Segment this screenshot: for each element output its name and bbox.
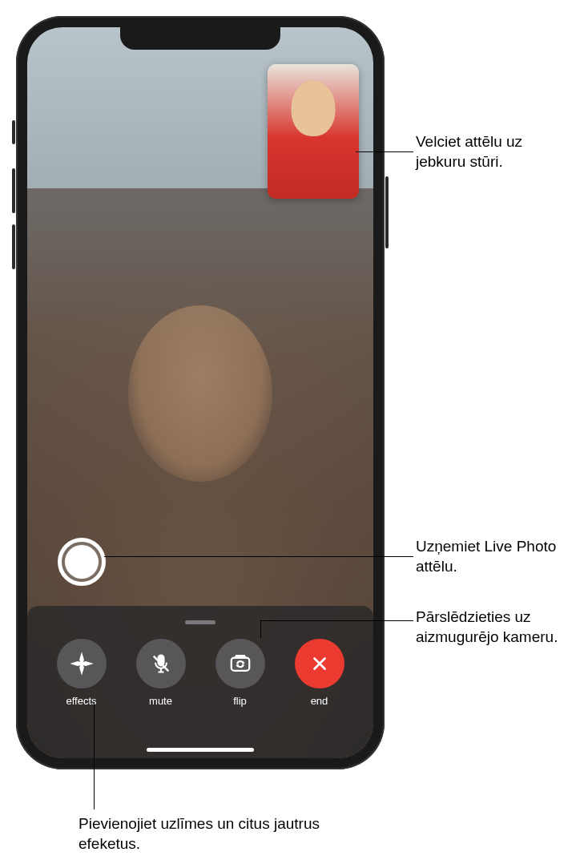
home-indicator[interactable] <box>147 748 254 752</box>
flip-icon <box>228 652 252 676</box>
callout-flip: Pārslēdzieties uz aizmugurējo kameru. <box>416 608 584 647</box>
mute-circle <box>136 639 186 688</box>
mute-button[interactable]: mute <box>136 639 186 707</box>
flip-label: flip <box>233 695 247 707</box>
control-row: effects <box>27 639 373 707</box>
phone-frame: effects <box>16 16 385 769</box>
control-tray[interactable]: effects <box>27 606 373 758</box>
leader-flip-h <box>260 620 413 621</box>
effects-icon <box>70 652 94 676</box>
callout-shutter: Uzņemiet Live Photo attēlu. <box>416 537 584 576</box>
end-icon <box>309 653 330 674</box>
effects-circle <box>57 639 107 688</box>
tray-handle[interactable] <box>185 620 215 624</box>
self-view-pip[interactable] <box>268 64 359 199</box>
flip-button[interactable]: flip <box>215 639 265 707</box>
flip-circle <box>215 639 265 688</box>
notch <box>120 27 280 50</box>
mute-label: mute <box>149 695 172 707</box>
leader-flip-v <box>260 620 261 638</box>
mute-switch <box>12 120 15 144</box>
side-button <box>385 176 389 248</box>
leader-shutter <box>104 556 413 557</box>
end-circle <box>295 639 344 688</box>
callout-pip: Velciet attēlu uz jebkuru stūri. <box>416 132 576 172</box>
mute-icon <box>150 652 172 675</box>
remote-person-face <box>128 305 272 482</box>
volume-up-button <box>12 168 15 213</box>
leader-effects-v <box>94 704 95 809</box>
effects-label: effects <box>66 695 96 707</box>
live-photo-shutter[interactable] <box>58 538 106 586</box>
leader-pip <box>356 151 413 152</box>
effects-button[interactable]: effects <box>57 639 107 707</box>
volume-down-button <box>12 224 15 269</box>
shutter-inner <box>65 545 99 579</box>
svg-rect-4 <box>231 658 249 671</box>
screen: effects <box>27 27 373 758</box>
end-label: end <box>311 695 328 707</box>
end-button[interactable]: end <box>295 639 344 707</box>
callout-effects: Pievienojiet uzlīmes un citus jautrus ef… <box>79 814 335 854</box>
